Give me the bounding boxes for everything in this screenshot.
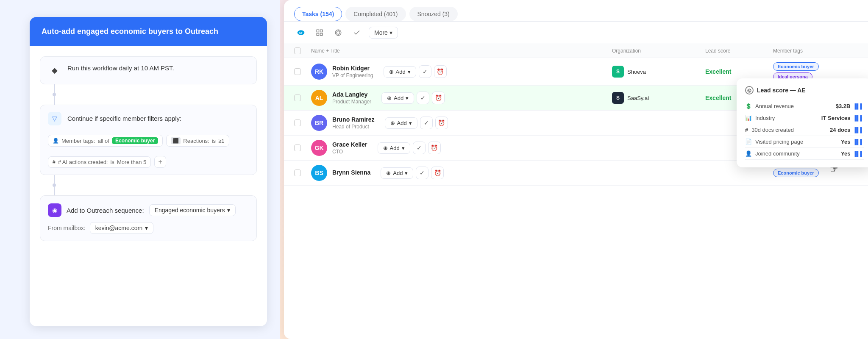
- svg-rect-2: [317, 30, 319, 32]
- filter-icon: ▽: [48, 112, 61, 125]
- person-name-2: Bruno Ramirez: [332, 116, 375, 123]
- snooze-btn-3[interactable]: ⏰: [428, 142, 441, 154]
- check-icon[interactable]: [350, 26, 364, 39]
- row-checkbox-3[interactable]: [294, 144, 301, 151]
- person-title-0: VP of Engineering: [332, 72, 373, 78]
- ai-filter[interactable]: # # AI actions created: is More than 5: [48, 156, 151, 168]
- check-btn-4[interactable]: ✓: [416, 167, 428, 179]
- row-checkbox-0[interactable]: [294, 68, 301, 75]
- reactions-qualifier: is: [212, 138, 216, 144]
- tooltip-key-community: 👤 Joined community: [745, 150, 800, 157]
- ai-value: More than 5: [117, 159, 146, 165]
- check-btn-1[interactable]: ✓: [417, 92, 429, 104]
- svg-rect-4: [317, 33, 319, 36]
- snooze-btn-4[interactable]: ⏰: [431, 167, 444, 179]
- table-body: RK Robin Kidger VP of Engineering ⊕ Add …: [284, 58, 868, 339]
- tooltip-val-revenue: $3.2B ▐▌▌: [836, 103, 864, 109]
- add-filter-button[interactable]: +: [154, 156, 166, 168]
- select-all-checkbox[interactable]: [294, 47, 301, 54]
- tags-cell-4: Economic buyer: [773, 169, 858, 177]
- add-label-3: Add: [390, 145, 400, 151]
- ai-icon: #: [53, 159, 56, 165]
- action-label: Add to Outreach sequence:: [67, 207, 144, 214]
- snooze-btn-2[interactable]: ⏰: [435, 117, 448, 129]
- connector-line-1b: [54, 96, 55, 105]
- tab-completed[interactable]: Completed (401): [345, 7, 406, 21]
- docs-icon: #: [745, 127, 748, 133]
- schedule-text: Run this workflow daily at 10 AM PST.: [67, 64, 174, 73]
- person-info-0: RK Robin Kidger VP of Engineering ⊕ Add …: [311, 64, 612, 80]
- col-member-tags: Member tags: [773, 47, 858, 54]
- svg-rect-3: [320, 30, 323, 32]
- row-checkbox-1[interactable]: [294, 94, 301, 101]
- member-tag-qualifier: all of: [97, 138, 109, 144]
- add-icon-3: ⊕: [383, 145, 388, 151]
- snooze-btn-0[interactable]: ⏰: [434, 65, 447, 78]
- table-header: Name + Title Organization Lead score Mem…: [284, 44, 868, 58]
- col-lead-score: Lead score: [705, 47, 773, 54]
- tooltip-row-community: 👤 Joined community Yes ▐▌▌: [745, 148, 864, 160]
- table-row: BR Bruno Ramirez Head of Product ⊕ Add ▾…: [284, 111, 868, 136]
- add-button-0[interactable]: ⊕ Add ▾: [384, 66, 416, 78]
- grid-icon[interactable]: [313, 26, 326, 39]
- salesforce-icon[interactable]: SF: [294, 26, 308, 39]
- tooltip-val-docs: 24 docs ▐▌▌: [830, 127, 864, 133]
- member-tag-label: Member tags:: [61, 138, 95, 144]
- workflow-header: Auto-add engaged economic buyers to Outr…: [30, 17, 267, 46]
- tooltip-row-industry: 📊 Industry IT Services ▐▌▌: [745, 112, 864, 124]
- person-info-3: GK Grace Keller CTO ⊕ Add ▾ ✓ ⏰: [311, 140, 612, 156]
- tooltip-row-docs: # 30d docs created 24 docs ▐▌▌: [745, 124, 864, 136]
- svg-rect-5: [320, 33, 323, 36]
- tab-tasks[interactable]: Tasks (154): [294, 7, 342, 21]
- org-name-1: SaaSy.ai: [627, 95, 649, 101]
- col-name: Name + Title: [311, 47, 612, 54]
- add-label-1: Add: [394, 95, 403, 101]
- avatar-0: RK: [311, 64, 327, 80]
- action-btns-3: ⊕ Add ▾ ✓ ⏰: [378, 142, 441, 154]
- avatar-3: GK: [311, 140, 327, 156]
- person-info-2: BR Bruno Ramirez Head of Product ⊕ Add ▾…: [311, 115, 612, 131]
- tab-snoozed[interactable]: Snoozed (3): [409, 7, 458, 21]
- check-btn-3[interactable]: ✓: [413, 142, 426, 154]
- add-button-3[interactable]: ⊕ Add ▾: [378, 142, 410, 154]
- add-button-4[interactable]: ⊕ Add ▾: [381, 167, 413, 179]
- connector-dot-2: [53, 183, 56, 187]
- add-button-2[interactable]: ⊕ Add ▾: [385, 117, 417, 129]
- chevron-down-icon: ▾: [227, 207, 230, 214]
- check-btn-0[interactable]: ✓: [419, 65, 431, 78]
- filter-tags-row: 👤 Member tags: all of Economic buyer ⬛ R…: [48, 135, 229, 147]
- add-icon-4: ⊕: [386, 170, 391, 176]
- reactions-filter[interactable]: ⬛ Reactions: is ≥1: [166, 135, 229, 147]
- add-icon-2: ⊕: [390, 120, 395, 126]
- ai-qualifier: is: [110, 159, 114, 165]
- check-btn-2[interactable]: ✓: [420, 117, 433, 129]
- sequence-dropdown[interactable]: Engaged economic buyers ▾: [149, 204, 236, 216]
- row-checkbox-4[interactable]: [294, 170, 301, 176]
- person-name-1: Ada Langley: [332, 91, 371, 98]
- bar-chart-icon-revenue: ▐▌▌: [853, 103, 864, 109]
- person-name-4: Brynn Sienna: [332, 169, 370, 176]
- row-checkbox-2[interactable]: [294, 119, 301, 126]
- snooze-btn-1[interactable]: ⏰: [432, 92, 445, 104]
- org-logo-1: S: [612, 92, 624, 104]
- tooltip-row-revenue: 💲 Annual revenue $3.2B ▐▌▌: [745, 100, 864, 112]
- member-tags-filter[interactable]: 👤 Member tags: all of Economic buyer: [48, 135, 163, 147]
- add-icon-1: ⊕: [387, 95, 392, 101]
- pricing-icon: 📄: [745, 139, 752, 145]
- org-cell-1: S SaaSy.ai: [612, 92, 705, 104]
- mailbox-dropdown[interactable]: kevin@acme.com ▾: [90, 222, 153, 234]
- person-title-2: Head of Product: [332, 124, 375, 130]
- action-btns-0: ⊕ Add ▾ ✓ ⏰: [384, 65, 447, 78]
- bar-chart-icon-pricing: ▐▌▌: [853, 139, 864, 145]
- connector-line-2: [54, 175, 55, 183]
- tooltip-val-community: Yes ▐▌▌: [841, 150, 864, 157]
- cursor-pointer: ☞: [830, 164, 838, 175]
- add-button-1[interactable]: ⊕ Add ▾: [381, 92, 414, 104]
- add-label-4: Add: [393, 170, 403, 176]
- more-button[interactable]: More ▾: [369, 27, 398, 39]
- add-label: Add: [396, 69, 406, 75]
- add-chevron-3: ▾: [402, 145, 405, 151]
- target-icon[interactable]: [331, 26, 345, 39]
- avatar-2: BR: [311, 115, 327, 131]
- ai-filter-row: # # AI actions created: is More than 5 +: [48, 156, 166, 168]
